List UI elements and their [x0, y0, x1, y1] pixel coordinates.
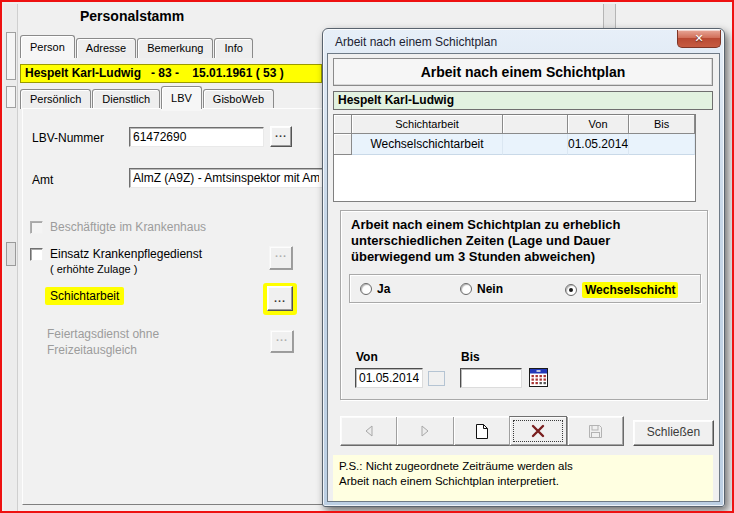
screenshot-root: Personalstamm Person Adresse Bemerkung I… — [0, 0, 734, 513]
calendar-icon[interactable] — [529, 368, 548, 387]
main-tab-bar: Person Adresse Bemerkung Info — [20, 35, 254, 58]
dialog-body: Arbeit nach einem Schichtplan Hespelt Ka… — [327, 53, 720, 502]
tab-persoenlich[interactable]: Persönlich — [20, 89, 91, 109]
krankenpflege-sublabel: ( erhöhte Zulage ) — [50, 263, 137, 275]
bis-label: Bis — [461, 350, 480, 364]
bis-input[interactable] — [460, 368, 522, 388]
schichtarbeit-detail-button[interactable]: ... — [267, 286, 293, 311]
radio-wechselschicht[interactable]: Wechselschicht — [565, 282, 678, 298]
cell-blank[interactable] — [503, 134, 568, 155]
left-scrollbar-track[interactable] — [4, 4, 18, 513]
schichtarbeit-highlight: ... — [263, 283, 297, 315]
close-icon[interactable]: ✕ — [677, 30, 721, 48]
ellipsis-icon: ... — [276, 331, 288, 343]
left-scroll-segment[interactable] — [6, 86, 16, 108]
dialog-title: Arbeit nach einem Schichtplan — [335, 35, 497, 49]
lbv-nummer-input[interactable] — [129, 127, 264, 147]
description-text: Arbeit nach einem Schichtplan zu erhebli… — [351, 217, 703, 265]
tab-lbv[interactable]: LBV — [161, 86, 202, 109]
tab-person[interactable]: Person — [20, 35, 75, 58]
save-disk-icon — [588, 424, 603, 439]
radio-wechselschicht-label: Wechselschicht — [582, 282, 678, 298]
dialog-heading: Arbeit nach einem Schichtplan — [333, 58, 713, 86]
krankenpflege-detail-button: ... — [269, 246, 293, 270]
person-banner: Hespelt Karl-Ludwig - 83 - 15.01.1961 ( … — [20, 64, 322, 83]
cell-von[interactable]: 01.05.2014 — [568, 134, 630, 155]
amt-label: Amt — [32, 173, 53, 187]
radio-groupbox: Ja Nein Wechselschicht — [349, 274, 701, 303]
header-blank — [503, 115, 568, 134]
radio-ja-label: Ja — [377, 282, 390, 296]
radio-wechselschicht-circle-icon[interactable] — [565, 284, 577, 296]
schliessen-button[interactable]: Schließen — [633, 420, 714, 446]
radio-nein[interactable]: Nein — [460, 282, 503, 296]
cell-bis[interactable] — [629, 134, 695, 155]
delete-record-button[interactable] — [509, 416, 566, 446]
ps-note: P.S.: Nicht zugeordnete Zeiträume werden… — [333, 455, 713, 501]
record-toolbar — [340, 416, 624, 446]
feiertagsdienst-label: Feiertagsdienst ohne Freizeitausgleich — [47, 326, 159, 358]
krankenhaus-label: Beschäftigte im Krankenhaus — [50, 220, 206, 234]
sub-tab-bar: Persönlich Dienstlich LBV GisboWeb — [20, 86, 275, 109]
header-schichtarbeit: Schichtarbeit — [352, 115, 503, 134]
von-input[interactable] — [355, 368, 423, 388]
table-header-row: Schichtarbeit Von Bis — [334, 115, 695, 134]
previous-record-button — [341, 417, 396, 445]
next-record-button — [396, 417, 452, 445]
schichtplan-groupbox: Arbeit nach einem Schichtplan zu erhebli… — [340, 210, 708, 400]
krankenhaus-checkbox — [30, 221, 43, 234]
page-title: Personalstamm — [80, 8, 184, 24]
schichtarbeit-label: Schichtarbeit — [45, 287, 124, 305]
von-picker-disabled-button — [428, 371, 445, 386]
schichtarbeit-table[interactable]: Schichtarbeit Von Bis Wechselschichtarbe… — [333, 114, 696, 202]
lbv-lookup-button[interactable]: ... — [270, 126, 292, 147]
arrow-left-icon — [362, 424, 376, 438]
lbv-nummer-label: LBV-Nummer — [32, 131, 104, 145]
radio-ja[interactable]: Ja — [360, 282, 390, 296]
header-bis: Bis — [629, 115, 695, 134]
radio-ja-circle-icon[interactable] — [360, 283, 372, 295]
table-row[interactable]: Wechselschichtarbeit 01.05.2014 — [334, 134, 695, 155]
save-record-button — [567, 417, 623, 445]
krankenpflege-label: Einsatz Krankenpflegedienst — [50, 247, 202, 261]
tab-gisboweb[interactable]: GisboWeb — [203, 89, 274, 109]
tab-bemerkung[interactable]: Bemerkung — [137, 38, 213, 58]
tab-info[interactable]: Info — [214, 38, 252, 58]
ellipsis-icon: ... — [275, 127, 287, 139]
radio-nein-label: Nein — [477, 282, 503, 296]
dialog-person-bar: Hespelt Karl-Ludwig — [333, 91, 713, 110]
arrow-right-icon — [418, 424, 432, 438]
row-selector[interactable] — [334, 134, 352, 155]
vertical-scrollbar[interactable] — [603, 4, 616, 29]
header-von: Von — [568, 115, 630, 134]
krankenpflege-checkbox[interactable] — [30, 248, 43, 261]
new-document-icon — [475, 423, 489, 440]
cell-schichtarbeit[interactable]: Wechselschichtarbeit — [352, 134, 503, 155]
focus-rectangle — [513, 420, 562, 442]
radio-nein-circle-icon[interactable] — [460, 283, 472, 295]
tab-dienstlich[interactable]: Dienstlich — [92, 89, 160, 109]
schichtplan-dialog: Arbeit nach einem Schichtplan ✕ Arbeit n… — [322, 28, 725, 507]
feiertagsdienst-detail-button: ... — [270, 330, 294, 353]
ellipsis-icon: ... — [274, 292, 286, 304]
tab-adresse[interactable]: Adresse — [76, 38, 136, 58]
ellipsis-icon: ... — [275, 247, 287, 259]
header-selector — [334, 115, 352, 134]
left-scroll-segment[interactable] — [6, 32, 16, 80]
von-label: Von — [356, 350, 378, 364]
new-record-button[interactable] — [453, 417, 509, 445]
left-scroll-thumb[interactable] — [6, 242, 16, 266]
amt-input[interactable] — [129, 168, 323, 188]
